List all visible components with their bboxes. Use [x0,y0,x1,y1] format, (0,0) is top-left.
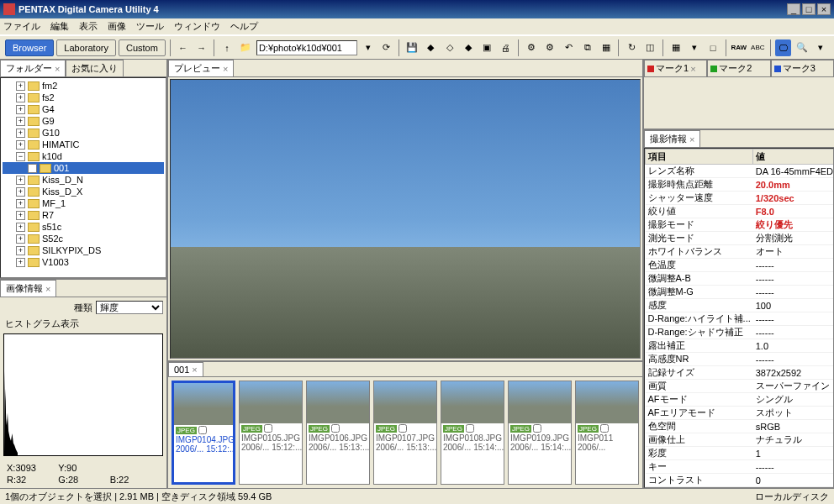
menu-tool[interactable]: ツール [136,20,164,33]
copy-icon[interactable]: ⧉ [579,39,595,56]
diamond2-icon[interactable]: ◇ [441,39,457,56]
mode-browser[interactable]: Browser [5,39,54,56]
nav-up-icon[interactable]: ↑ [219,39,235,56]
tab-image-info[interactable]: 画像情報× [0,280,56,297]
folder-item[interactable]: +HIMATIC [3,139,164,150]
crop-icon[interactable]: ◫ [642,39,658,56]
table-row[interactable]: AFモードシングル [646,393,835,407]
expand-icon[interactable]: + [16,105,25,114]
folder-item[interactable]: +G4 [3,103,164,115]
folder-item[interactable]: +fm2 [3,80,164,92]
expand-icon[interactable]: + [16,140,25,150]
tab-mark1[interactable]: マーク1× [644,60,707,76]
folder-item[interactable]: +S52c [3,233,164,244]
thumb-checkbox[interactable] [198,426,207,434]
col-item[interactable]: 項目 [646,150,753,165]
menu-file[interactable]: ファイル [3,20,40,33]
folder-item[interactable]: +SILKYPIX_DS [3,244,164,256]
table-row[interactable]: 絞り値F8.0 [646,205,835,218]
rotate-icon[interactable]: ↻ [623,39,639,56]
thumbnail-row[interactable]: JPEGIMGP0104.JPG2006/... 15:12:...JPEGIM… [168,377,642,488]
menu-help[interactable]: ヘルプ [230,20,258,33]
expand-icon[interactable]: + [16,258,25,267]
table-row[interactable]: 撮影モード絞り優先 [646,218,835,232]
gear2-icon[interactable]: ⚙ [541,39,557,56]
tab-mark2[interactable]: マーク2 [707,60,770,76]
tab-folders[interactable]: フォルダー× [0,60,66,76]
close-icon[interactable]: × [689,134,694,144]
info-table[interactable]: 項目値 レンズ名称DA 16-45mmF4ED AL撮影時焦点距離20.0mmシ… [644,148,834,488]
expand-icon[interactable]: + [16,234,25,244]
folder-item[interactable]: +R7 [3,209,164,221]
expand-icon[interactable]: − [16,152,25,161]
thumbnail[interactable]: JPEGIMGP0108.JPG2006/... 15:14:... [441,381,504,485]
thumbnail[interactable]: JPEGIMGP0109.JPG2006/... 15:14:... [508,381,572,485]
expand-icon[interactable]: + [16,93,25,102]
tab-shoot-info[interactable]: 撮影情報× [644,130,700,147]
close-icon[interactable]: × [55,64,60,74]
expand-icon[interactable]: + [16,223,25,232]
monitor-icon[interactable]: 🖵 [775,39,791,56]
table-row[interactable]: 微調整A-B------ [646,272,835,286]
thumb-checkbox[interactable] [399,424,407,433]
thumb-checkbox[interactable] [466,424,474,433]
thumbnail[interactable]: JPEGIMGP0112006/... [575,381,639,485]
close-button[interactable]: × [817,3,831,15]
table-row[interactable]: シャッター速度1/320sec [646,192,835,205]
tab-mark3[interactable]: マーク3 [771,60,834,76]
thumb-checkbox[interactable] [331,424,340,433]
table-row[interactable]: 高感度NR------ [646,353,835,366]
expand-icon[interactable]: + [16,246,25,255]
thumb-checkbox[interactable] [264,424,272,433]
table-row[interactable]: コントラスト0 [646,474,835,487]
mode-laboratory[interactable]: Laboratory [56,39,116,56]
stack-icon[interactable]: ▣ [479,39,495,56]
thumbnail[interactable]: JPEGIMGP0105.JPG2006/... 15:12:... [239,381,303,485]
grid-dd-icon[interactable]: ▾ [686,39,702,56]
abc-icon[interactable]: ABC [750,39,766,56]
single-icon[interactable]: □ [705,39,721,56]
table-row[interactable]: 露出補正1.0 [646,339,835,353]
minimize-button[interactable]: _ [787,3,800,15]
folder-item[interactable]: +MF_1 [3,197,164,209]
table-row[interactable]: 撮影時焦点距離20.0mm [646,178,835,192]
path-input[interactable] [256,40,357,55]
close-icon[interactable]: × [45,284,50,294]
maximize-button[interactable]: □ [802,3,816,15]
folder-item[interactable]: −k10d [3,150,164,162]
menu-view[interactable]: 表示 [79,20,98,33]
col-value[interactable]: 値 [753,150,834,165]
folder-item[interactable]: +G9 [3,115,164,127]
grid-icon[interactable]: ▦ [668,39,684,56]
expand-icon[interactable]: + [16,81,25,91]
expand-icon[interactable]: + [28,164,37,173]
folder-item[interactable]: +001 [3,162,164,174]
histogram-type-select[interactable]: 輝度 [96,301,163,314]
tab-preview[interactable]: プレビュー× [168,60,234,76]
table-row[interactable]: 彩度1 [646,447,835,460]
thumbnail[interactable]: JPEGIMGP0106.JPG2006/... 15:13:... [306,381,370,485]
expand-icon[interactable]: + [16,176,25,185]
table-row[interactable]: ホワイトバランスオート [646,245,835,259]
table-row[interactable]: 測光モード分割測光 [646,232,835,245]
table-row[interactable]: キー------ [646,460,835,474]
diamond-icon[interactable]: ◆ [423,39,439,56]
table-row[interactable]: 感度100 [646,299,835,312]
folder-item[interactable]: +Kiss_D_X [3,186,164,197]
table-row[interactable]: AFエリアモードスポット [646,407,835,420]
table-row[interactable]: 色空間sRGB [646,420,835,433]
gear-icon[interactable]: ⚙ [523,39,539,56]
close-icon[interactable]: × [192,365,197,375]
nav-forward-icon[interactable]: → [193,39,209,56]
table-row[interactable]: 画質スーパーファイン [646,380,835,393]
folder-tree[interactable]: +fm2+fs2+G4+G9+G10+HIMATIC−k10d+001+Kiss… [0,77,166,278]
raw-icon[interactable]: RAW [731,39,747,56]
menu-edit[interactable]: 編集 [50,20,69,33]
folder-item[interactable]: +s51c [3,221,164,233]
table-row[interactable]: 微調整M-G------ [646,286,835,299]
expand-icon[interactable]: + [16,187,25,197]
tab-thumbs[interactable]: 001× [168,362,203,376]
tool1-icon[interactable]: ▦ [598,39,614,56]
preview-image[interactable] [170,79,641,359]
print-icon[interactable]: 🖨 [498,39,514,56]
